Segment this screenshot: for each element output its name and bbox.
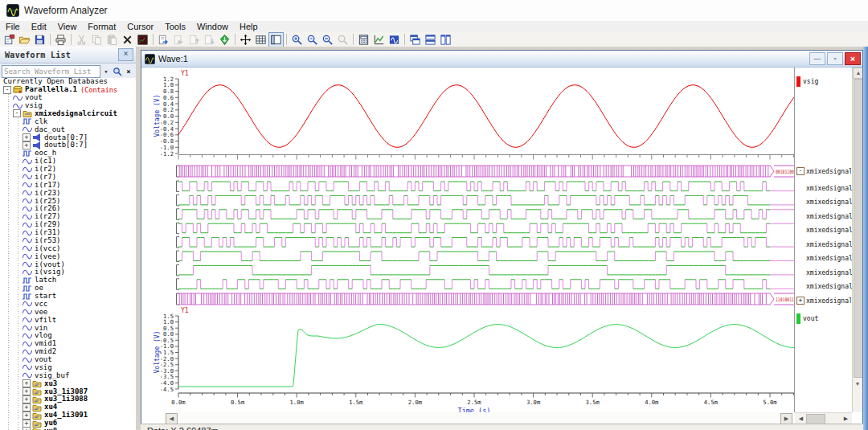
tree-item-i-r25-[interactable]: i(r25): [0, 197, 136, 205]
tree-item-i-r27-[interactable]: i(r27): [0, 213, 136, 221]
close-button[interactable]: ×: [845, 52, 861, 65]
toolbar-open-button[interactable]: [17, 32, 32, 47]
scroll-left-icon[interactable]: ◀: [166, 413, 178, 424]
collapse-icon[interactable]: -: [3, 86, 11, 94]
search-input[interactable]: [2, 65, 100, 78]
collapse-icon[interactable]: -: [796, 167, 805, 175]
tree-item-i-r7-[interactable]: i(r7): [0, 174, 136, 182]
expand-icon[interactable]: +: [23, 133, 31, 141]
tree-item-vout[interactable]: vout: [0, 356, 136, 364]
waveform-canvas[interactable]: Y11.21.00.80.60.40.20.0-0.2-0.4-0.6-0.8-…: [141, 68, 794, 415]
tree-item-xu4-1i3091[interactable]: +xu4_1i3091: [0, 412, 136, 420]
expand-icon[interactable]: +: [23, 387, 31, 395]
chevron-down-icon[interactable]: ▾: [100, 65, 112, 78]
labels-horizontal-scrollbar[interactable]: ◀ ▶: [795, 412, 852, 424]
expand-icon[interactable]: +: [23, 427, 31, 430]
toolbar-save-button[interactable]: [32, 32, 47, 47]
tree-item-i-vcc-[interactable]: i(vcc): [0, 244, 136, 252]
signal-label-xmixedsignalcirc[interactable]: xmixedsignalcirc: [796, 239, 853, 250]
toolbar-export-signal-button[interactable]: [217, 32, 232, 47]
signal-label-xmixedsignalcircu[interactable]: -xmixedsignalcircu: [796, 166, 851, 177]
menu-item-format[interactable]: Format: [82, 21, 121, 32]
tree-item-i-vout-[interactable]: i(vout): [0, 260, 136, 268]
tree-item-i-r31-[interactable]: i(r31): [0, 229, 136, 237]
restore-button[interactable]: ▫: [827, 52, 843, 65]
expand-icon[interactable]: +: [23, 395, 31, 403]
expand-icon[interactable]: +: [23, 412, 31, 420]
vertical-scroll-thumb[interactable]: [854, 79, 862, 378]
toolbar-display-settings-button[interactable]: [135, 32, 150, 47]
tree-item-vsig[interactable]: vsig: [0, 364, 136, 372]
tree-item-vmid2[interactable]: vmid2: [0, 348, 136, 356]
toolbar-delete-button[interactable]: [120, 32, 135, 47]
signal-label-xmixedsignalcircu[interactable]: +xmixedsignalcircu: [796, 295, 851, 306]
clear-search-icon[interactable]: ×: [123, 65, 134, 78]
toolbar-tile-vertical-button[interactable]: [438, 32, 453, 47]
signal-label-xmixedsignalcirc[interactable]: xmixedsignalcirc: [796, 281, 853, 292]
toolbar-zoom-out-button[interactable]: [320, 32, 335, 47]
expand-icon[interactable]: +: [23, 403, 31, 412]
tree-item-yu6[interactable]: +yu6: [0, 420, 136, 428]
tree-item-start[interactable]: start: [0, 293, 136, 301]
tree-item-i-c1-[interactable]: i(c1): [0, 158, 136, 166]
menu-item-file[interactable]: File: [0, 21, 26, 32]
plot-horizontal-scrollbar[interactable]: ◀ ▶: [164, 412, 794, 424]
tree-item-vfilt[interactable]: vfilt: [0, 316, 136, 324]
wave-window-title-bar[interactable]: Wave:1 — ▫ ×: [141, 51, 862, 68]
toolbar-zoom-x-button[interactable]: [305, 32, 320, 47]
signal-label-vsig[interactable]: vsig: [796, 76, 851, 87]
tree-item-oe[interactable]: oe: [0, 285, 136, 293]
tree-item-parallella-1[interactable]: -Parallella.1(Contains: [0, 86, 136, 94]
tree-item-yu8[interactable]: +yu8: [0, 428, 136, 430]
tree-item-vsig-buf[interactable]: vsig_buf: [0, 371, 136, 379]
signal-label-xmixedsignalcirc[interactable]: xmixedsignalcirc: [796, 182, 853, 194]
expand-icon[interactable]: +: [23, 420, 31, 428]
tree-item-clk[interactable]: clk: [0, 117, 136, 125]
labels-scroll-thumb[interactable]: [806, 414, 825, 424]
signal-label-xmixedsignalcirc[interactable]: xmixedsignalcirc: [796, 224, 853, 235]
signal-label-xmixedsignalcirc[interactable]: xmixedsignalcirc: [796, 211, 853, 222]
signal-label-xmixedsignalcirc[interactable]: xmixedsignalcirc: [796, 196, 853, 207]
toolbar-tile-horizontal-button[interactable]: [423, 32, 438, 47]
tree-item-vmid1[interactable]: vmid1: [0, 340, 136, 348]
toolbar-pan-button[interactable]: [238, 32, 253, 47]
tree-item-i-r2-[interactable]: i(r2): [0, 166, 136, 174]
tree-item-i-r23-[interactable]: i(r23): [0, 189, 136, 197]
menu-item-tools[interactable]: Tools: [159, 21, 191, 32]
panel-close-button[interactable]: ×: [118, 48, 133, 61]
tree-item-i-r29-[interactable]: i(r29): [0, 221, 136, 229]
tree-item-xu3[interactable]: +xu3: [0, 379, 136, 387]
tree-item-vin[interactable]: vin: [0, 324, 136, 332]
signal-label-xmixedsignalcirc[interactable]: xmixedsignalcirc: [796, 267, 853, 278]
menu-item-window[interactable]: Window: [191, 21, 234, 32]
expand-icon[interactable]: +: [23, 379, 31, 387]
toolbar-zoom-in-button[interactable]: [289, 32, 305, 47]
tree-item-i-r17-[interactable]: i(r17): [0, 181, 136, 189]
toolbar-calculator-button[interactable]: [356, 32, 371, 47]
search-icon[interactable]: [112, 65, 123, 78]
tree-item-vee[interactable]: vee: [0, 308, 136, 316]
menu-item-edit[interactable]: Edit: [26, 21, 52, 32]
tree-item-xmixedsignalcircuit[interactable]: -xmixedsignalcircuit: [0, 110, 136, 118]
signal-label-xmixedsignalcirc[interactable]: xmixedsignalcirc: [796, 252, 853, 264]
toolbar-cascade-windows-button[interactable]: [407, 32, 423, 47]
tree-item-dac-out[interactable]: dac_out: [0, 125, 136, 133]
toolbar-grid-table-button[interactable]: [253, 32, 268, 47]
scroll-down-icon[interactable]: ▼: [853, 379, 862, 389]
tree-item-xu3-1i3088[interactable]: +xu3_1i3088: [0, 395, 136, 403]
menu-item-cursor[interactable]: Cursor: [121, 21, 159, 32]
signal-label-vout[interactable]: vout: [796, 313, 851, 324]
menu-item-help[interactable]: Help: [234, 21, 264, 32]
tree-item-i-vee-[interactable]: i(vee): [0, 252, 136, 260]
tree-item-vlog[interactable]: vlog: [0, 332, 136, 340]
vertical-scrollbar[interactable]: ▲ ▼: [852, 68, 862, 412]
tree-item-i-r53-[interactable]: i(r53): [0, 237, 136, 245]
minimize-button[interactable]: —: [809, 52, 825, 65]
scroll-right-icon[interactable]: ▶: [841, 414, 851, 424]
tree-item-vout[interactable]: vout: [0, 94, 136, 102]
tree-item-vcc[interactable]: vcc: [0, 301, 136, 309]
scroll-left-icon[interactable]: ◀: [796, 414, 806, 424]
menu-item-view[interactable]: View: [52, 21, 83, 32]
toolbar-split-pane-button[interactable]: [268, 32, 284, 47]
expand-icon[interactable]: +: [796, 297, 805, 305]
